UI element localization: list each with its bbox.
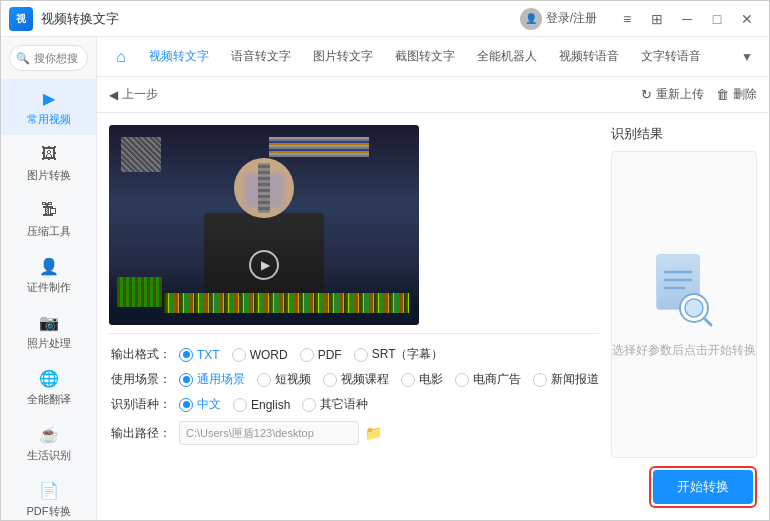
video-person-scene: ▶	[109, 125, 419, 325]
maximize-button[interactable]: □	[703, 5, 731, 33]
sidebar-item-label: 全能翻译	[27, 392, 71, 407]
result-header: 识别结果	[611, 125, 757, 143]
home-tab[interactable]: ⌂	[105, 41, 137, 73]
sidebar-item-photo[interactable]: 📷 照片处理	[1, 303, 96, 359]
login-label: 登录/注册	[546, 10, 597, 27]
content-area: ⌂ 视频转文字 语音转文字 图片转文字 截图转文字 全能机器人 视频转语音	[97, 37, 769, 520]
window-controls: ≡ ⊞ ─ □ ✕	[613, 5, 761, 33]
sidebar-item-life[interactable]: ☕ 生活识别	[1, 415, 96, 471]
radio-general-circle	[179, 373, 193, 387]
scene-movie[interactable]: 电影	[401, 371, 443, 388]
path-row: 输出路径： 📁	[109, 417, 599, 449]
delete-button[interactable]: 🗑 删除	[716, 86, 757, 103]
start-button-highlight: 开始转换	[649, 466, 757, 508]
path-label: 输出路径：	[109, 425, 179, 442]
radio-ecommerce-circle	[455, 373, 469, 387]
titlebar: 视 视频转换文字 👤 登录/注册 ≡ ⊞ ─ □ ✕	[1, 1, 769, 37]
blur-block-bottommid	[164, 293, 409, 313]
sidebar-item-label: PDF转换	[27, 504, 71, 519]
tab-video-to-audio[interactable]: 视频转语音	[549, 41, 629, 73]
reupload-button[interactable]: ↻ 重新上传	[641, 86, 704, 103]
radio-movie-circle	[401, 373, 415, 387]
scene-short-video[interactable]: 短视频	[257, 371, 311, 388]
back-button[interactable]: ◀ 上一步	[109, 86, 158, 103]
back-arrow-icon: ◀	[109, 88, 118, 102]
work-area: 原视频 1/1	[97, 113, 769, 520]
empty-state-icon	[649, 250, 719, 330]
minimize-button[interactable]: ─	[673, 5, 701, 33]
format-word[interactable]: WORD	[232, 348, 288, 362]
scene-general[interactable]: 通用场景	[179, 371, 245, 388]
scene-options: 通用场景 短视频 视频课程	[179, 371, 599, 388]
scene-label: 使用场景：	[109, 371, 179, 388]
result-area: 选择好参数后点击开始转换	[611, 151, 757, 458]
format-srt[interactable]: SRT（字幕）	[354, 346, 444, 363]
sidebar-item-label: 证件制作	[27, 280, 71, 295]
scene-news[interactable]: 新闻报道	[533, 371, 599, 388]
format-txt[interactable]: TXT	[179, 348, 220, 362]
format-label: 输出格式：	[109, 346, 179, 363]
scene-row: 使用场景： 通用场景 短视频	[109, 367, 599, 392]
close-button[interactable]: ✕	[733, 5, 761, 33]
path-input[interactable]	[179, 421, 359, 445]
lang-other[interactable]: 其它语种	[302, 396, 368, 413]
lang-chinese[interactable]: 中文	[179, 396, 221, 413]
nav-dropdown-button[interactable]: ▼	[733, 43, 761, 71]
sidebar-id-icon: 👤	[38, 255, 60, 277]
radio-word-circle	[232, 348, 246, 362]
sidebar-item-pdf-convert[interactable]: 📄 PDF转换	[1, 471, 96, 520]
settings-area: 输出格式： TXT WORD	[109, 333, 599, 457]
svg-line-7	[704, 318, 711, 325]
sidebar-item-image-convert[interactable]: 🖼 图片转换	[1, 135, 96, 191]
tab-screenshot-to-text[interactable]: 截图转文字	[385, 41, 465, 73]
sidebar-compress-icon: 🗜	[38, 199, 60, 221]
radio-other-circle	[302, 398, 316, 412]
sidebar-item-translate[interactable]: 🌐 全能翻译	[1, 359, 96, 415]
sub-header: ◀ 上一步 ↻ 重新上传 🗑 删除	[97, 77, 769, 113]
folder-icon[interactable]: 📁	[365, 425, 382, 441]
tab-text-to-speech[interactable]: 文字转语音	[631, 41, 711, 73]
right-panel: 识别结果	[611, 125, 757, 508]
tab-robot[interactable]: 全能机器人	[467, 41, 547, 73]
sidebar-item-video[interactable]: ▶ 常用视频	[1, 79, 96, 135]
search-icon: 🔍	[16, 52, 30, 65]
scene-ecommerce[interactable]: 电商广告	[455, 371, 521, 388]
sidebar-item-label: 生活识别	[27, 448, 71, 463]
format-options: TXT WORD PDF	[179, 346, 443, 363]
play-icon: ▶	[261, 258, 270, 272]
format-pdf[interactable]: PDF	[300, 348, 342, 362]
main-layout: 🔍 ▶ 常用视频 🖼 图片转换 🗜 压缩工具 👤 证件制作 📷 照片处理	[1, 37, 769, 520]
radio-chinese-circle	[179, 398, 193, 412]
chevron-down-icon: ▼	[741, 50, 753, 64]
sidebar-translate-icon: 🌐	[38, 367, 60, 389]
settings-icon[interactable]: ⊞	[643, 5, 671, 33]
tab-audio-to-text[interactable]: 语音转文字	[221, 41, 301, 73]
blur-block-topright	[269, 137, 369, 157]
avatar: 👤	[520, 8, 542, 30]
sidebar-item-label: 压缩工具	[27, 224, 71, 239]
sidebar-item-label: 照片处理	[27, 336, 71, 351]
tab-image-to-text[interactable]: 图片转文字	[303, 41, 383, 73]
start-convert-button[interactable]: 开始转换	[653, 470, 753, 504]
lang-english[interactable]: English	[233, 398, 290, 412]
play-button-overlay[interactable]: ▶	[249, 250, 279, 280]
sidebar-item-label: 常用视频	[27, 112, 71, 127]
user-login-area[interactable]: 👤 登录/注册	[520, 8, 597, 30]
radio-news-circle	[533, 373, 547, 387]
trash-icon: 🗑	[716, 87, 729, 102]
format-row: 输出格式： TXT WORD	[109, 342, 599, 367]
radio-shortvideo-circle	[257, 373, 271, 387]
nav-tabs: ⌂ 视频转文字 语音转文字 图片转文字 截图转文字 全能机器人 视频转语音	[97, 37, 769, 77]
sidebar-pdf-icon: 📄	[38, 479, 60, 501]
empty-state-text: 选择好参数后点击开始转换	[612, 342, 756, 359]
refresh-icon: ↻	[641, 87, 652, 102]
sidebar-item-label: 图片转换	[27, 168, 71, 183]
app-window: 视 视频转换文字 👤 登录/注册 ≡ ⊞ ─ □ ✕ 🔍 ▶ 常用视频	[0, 0, 770, 521]
sidebar-item-id[interactable]: 👤 证件制作	[1, 247, 96, 303]
lang-label: 识别语种：	[109, 396, 179, 413]
sidebar-item-compress[interactable]: 🗜 压缩工具	[1, 191, 96, 247]
menu-icon[interactable]: ≡	[613, 5, 641, 33]
svg-point-6	[685, 299, 703, 317]
tab-video-to-text[interactable]: 视频转文字	[139, 41, 219, 73]
scene-course[interactable]: 视频课程	[323, 371, 389, 388]
